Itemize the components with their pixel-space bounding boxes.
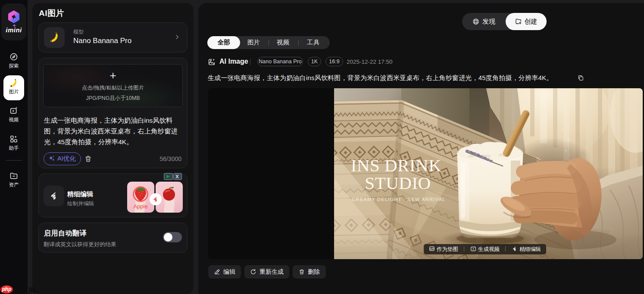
svg-text:Apple: Apple xyxy=(133,203,147,210)
